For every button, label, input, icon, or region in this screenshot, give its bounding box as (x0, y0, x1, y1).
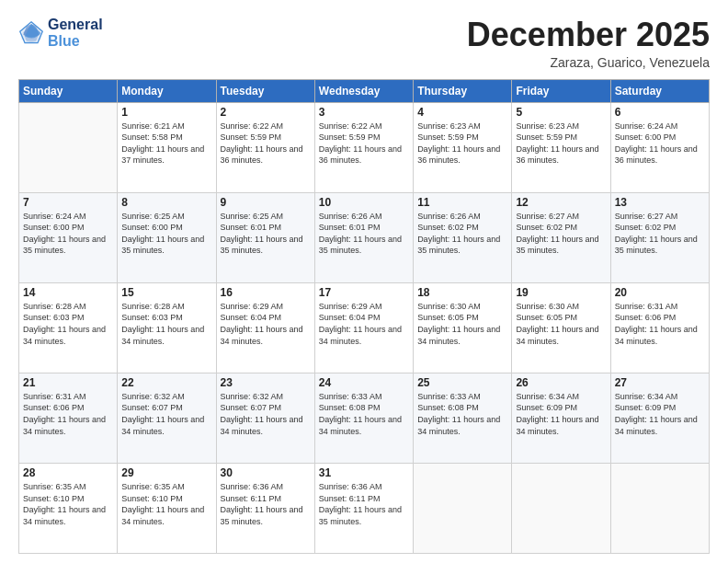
cell-details: Sunrise: 6:24 AMSunset: 6:00 PMDaylight:… (23, 211, 113, 257)
calendar-cell: 3Sunrise: 6:22 AMSunset: 5:59 PMDaylight… (314, 102, 413, 192)
calendar-cell: 6Sunrise: 6:24 AMSunset: 6:00 PMDaylight… (610, 102, 709, 192)
calendar-cell: 26Sunrise: 6:34 AMSunset: 6:09 PMDayligh… (512, 373, 610, 463)
day-number: 8 (121, 196, 211, 209)
day-number: 18 (417, 286, 507, 299)
day-number: 30 (221, 466, 311, 479)
day-number: 3 (319, 106, 409, 119)
cell-details: Sunrise: 6:23 AMSunset: 5:59 PMDaylight:… (417, 121, 507, 167)
day-number: 21 (23, 376, 113, 389)
calendar-week-row: 14Sunrise: 6:28 AMSunset: 6:03 PMDayligh… (19, 282, 710, 373)
header: General Blue December 2025 Zaraza, Guari… (18, 17, 710, 70)
cell-details: Sunrise: 6:29 AMSunset: 6:04 PMDaylight:… (221, 301, 311, 347)
calendar-cell: 22Sunrise: 6:32 AMSunset: 6:07 PMDayligh… (118, 373, 216, 463)
cell-details: Sunrise: 6:30 AMSunset: 6:05 PMDaylight:… (516, 301, 606, 347)
day-number: 15 (121, 286, 211, 299)
calendar-cell: 7Sunrise: 6:24 AMSunset: 6:00 PMDaylight… (19, 192, 118, 282)
calendar-cell: 24Sunrise: 6:33 AMSunset: 6:08 PMDayligh… (314, 373, 413, 463)
calendar-cell: 18Sunrise: 6:30 AMSunset: 6:05 PMDayligh… (414, 282, 512, 373)
cell-details: Sunrise: 6:32 AMSunset: 6:07 PMDaylight:… (121, 391, 211, 437)
cell-details: Sunrise: 6:35 AMSunset: 6:10 PMDaylight:… (121, 481, 211, 527)
cell-details: Sunrise: 6:31 AMSunset: 6:06 PMDaylight:… (23, 391, 113, 437)
col-sunday: Sunday (19, 79, 118, 102)
cell-details: Sunrise: 6:31 AMSunset: 6:06 PMDaylight:… (615, 301, 705, 347)
calendar-cell (414, 463, 512, 553)
cell-details: Sunrise: 6:22 AMSunset: 5:59 PMDaylight:… (319, 121, 409, 167)
cell-details: Sunrise: 6:36 AMSunset: 6:11 PMDaylight:… (319, 481, 409, 527)
col-monday: Monday (118, 79, 216, 102)
day-number: 26 (516, 376, 606, 389)
cell-details: Sunrise: 6:21 AMSunset: 5:58 PMDaylight:… (121, 121, 211, 167)
day-number: 2 (221, 106, 311, 119)
calendar-cell: 27Sunrise: 6:34 AMSunset: 6:09 PMDayligh… (610, 373, 709, 463)
cell-details: Sunrise: 6:26 AMSunset: 6:01 PMDaylight:… (319, 211, 409, 257)
calendar-cell: 21Sunrise: 6:31 AMSunset: 6:06 PMDayligh… (19, 373, 118, 463)
cell-details: Sunrise: 6:34 AMSunset: 6:09 PMDaylight:… (516, 391, 606, 437)
calendar-cell: 5Sunrise: 6:23 AMSunset: 5:59 PMDaylight… (512, 102, 610, 192)
day-number: 12 (516, 196, 606, 209)
calendar-cell (19, 102, 118, 192)
calendar-cell: 16Sunrise: 6:29 AMSunset: 6:04 PMDayligh… (216, 282, 314, 373)
calendar-cell: 29Sunrise: 6:35 AMSunset: 6:10 PMDayligh… (118, 463, 216, 553)
calendar-cell: 23Sunrise: 6:32 AMSunset: 6:07 PMDayligh… (216, 373, 314, 463)
calendar-cell (512, 463, 610, 553)
day-number: 20 (615, 286, 705, 299)
calendar-cell: 1Sunrise: 6:21 AMSunset: 5:58 PMDaylight… (118, 102, 216, 192)
col-thursday: Thursday (414, 79, 512, 102)
title-block: December 2025 Zaraza, Guarico, Venezuela (467, 17, 710, 70)
calendar-cell: 2Sunrise: 6:22 AMSunset: 5:59 PMDaylight… (216, 102, 314, 192)
calendar-cell: 9Sunrise: 6:25 AMSunset: 6:01 PMDaylight… (216, 192, 314, 282)
cell-details: Sunrise: 6:26 AMSunset: 6:02 PMDaylight:… (417, 211, 507, 257)
calendar-cell: 20Sunrise: 6:31 AMSunset: 6:06 PMDayligh… (610, 282, 709, 373)
cell-details: Sunrise: 6:30 AMSunset: 6:05 PMDaylight:… (417, 301, 507, 347)
logo: General Blue (18, 17, 103, 51)
calendar-cell: 28Sunrise: 6:35 AMSunset: 6:10 PMDayligh… (19, 463, 118, 553)
logo-text: General Blue (48, 17, 103, 51)
calendar-cell: 15Sunrise: 6:28 AMSunset: 6:03 PMDayligh… (118, 282, 216, 373)
cell-details: Sunrise: 6:24 AMSunset: 6:00 PMDaylight:… (615, 121, 705, 167)
cell-details: Sunrise: 6:27 AMSunset: 6:02 PMDaylight:… (516, 211, 606, 257)
cell-details: Sunrise: 6:32 AMSunset: 6:07 PMDaylight:… (221, 391, 311, 437)
calendar-table: Sunday Monday Tuesday Wednesday Thursday… (18, 79, 710, 554)
day-number: 13 (615, 196, 705, 209)
day-number: 25 (417, 376, 507, 389)
cell-details: Sunrise: 6:36 AMSunset: 6:11 PMDaylight:… (221, 481, 311, 527)
cell-details: Sunrise: 6:27 AMSunset: 6:02 PMDaylight:… (615, 211, 705, 257)
calendar-cell: 25Sunrise: 6:33 AMSunset: 6:08 PMDayligh… (414, 373, 512, 463)
col-wednesday: Wednesday (314, 79, 413, 102)
cell-details: Sunrise: 6:28 AMSunset: 6:03 PMDaylight:… (121, 301, 211, 347)
calendar-week-row: 28Sunrise: 6:35 AMSunset: 6:10 PMDayligh… (19, 463, 710, 553)
calendar-cell: 8Sunrise: 6:25 AMSunset: 6:00 PMDaylight… (118, 192, 216, 282)
cell-details: Sunrise: 6:33 AMSunset: 6:08 PMDaylight:… (319, 391, 409, 437)
day-number: 29 (121, 466, 211, 479)
cell-details: Sunrise: 6:34 AMSunset: 6:09 PMDaylight:… (615, 391, 705, 437)
calendar-cell: 10Sunrise: 6:26 AMSunset: 6:01 PMDayligh… (314, 192, 413, 282)
day-number: 5 (516, 106, 606, 119)
calendar-cell: 11Sunrise: 6:26 AMSunset: 6:02 PMDayligh… (414, 192, 512, 282)
col-saturday: Saturday (610, 79, 709, 102)
col-tuesday: Tuesday (216, 79, 314, 102)
day-number: 4 (417, 106, 507, 119)
calendar-cell: 19Sunrise: 6:30 AMSunset: 6:05 PMDayligh… (512, 282, 610, 373)
day-number: 31 (319, 466, 409, 479)
day-number: 10 (319, 196, 409, 209)
day-number: 23 (221, 376, 311, 389)
cell-details: Sunrise: 6:29 AMSunset: 6:04 PMDaylight:… (319, 301, 409, 347)
cell-details: Sunrise: 6:23 AMSunset: 5:59 PMDaylight:… (516, 121, 606, 167)
cell-details: Sunrise: 6:22 AMSunset: 5:59 PMDaylight:… (221, 121, 311, 167)
day-number: 28 (23, 466, 113, 479)
cell-details: Sunrise: 6:35 AMSunset: 6:10 PMDaylight:… (23, 481, 113, 527)
calendar-cell: 17Sunrise: 6:29 AMSunset: 6:04 PMDayligh… (314, 282, 413, 373)
month-title: December 2025 (467, 17, 710, 53)
day-number: 17 (319, 286, 409, 299)
day-number: 14 (23, 286, 113, 299)
col-friday: Friday (512, 79, 610, 102)
day-number: 1 (121, 106, 211, 119)
calendar-cell: 30Sunrise: 6:36 AMSunset: 6:11 PMDayligh… (216, 463, 314, 553)
calendar-week-row: 7Sunrise: 6:24 AMSunset: 6:00 PMDaylight… (19, 192, 710, 282)
calendar-cell: 13Sunrise: 6:27 AMSunset: 6:02 PMDayligh… (610, 192, 709, 282)
calendar-week-row: 1Sunrise: 6:21 AMSunset: 5:58 PMDaylight… (19, 102, 710, 192)
page: General Blue December 2025 Zaraza, Guari… (0, 0, 728, 563)
calendar-header-row: Sunday Monday Tuesday Wednesday Thursday… (19, 79, 710, 102)
day-number: 27 (615, 376, 705, 389)
location: Zaraza, Guarico, Venezuela (467, 55, 710, 70)
